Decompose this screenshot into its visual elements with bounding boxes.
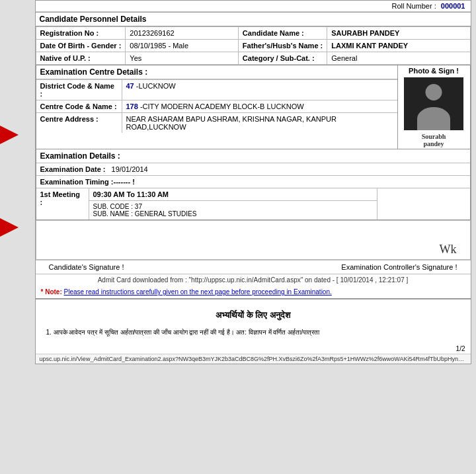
red-arrow-meeting [0,218,19,238]
centre-main: Examination Centre Details : District Co… [36,65,397,149]
candidate-photo [404,77,463,130]
category-label: Category / Sub-Cat. : [238,52,327,65]
note-text: Please read instructions carefully given… [64,288,332,296]
exam-details-header: Examination Details : [36,149,470,163]
native-value: Yes [126,52,239,65]
admit-card-note: Admit Card downloaded from : "http://upp… [36,274,471,286]
address-label: Centre Address : [36,113,122,133]
roll-number-value: 000001 [441,2,465,10]
address-value: NEAR ASHARAM BAPU ASHRAM, KRISHNA NAGAR,… [122,113,397,133]
district-code: 47 [126,82,134,90]
centre-code: 178 [126,102,138,110]
fathers-name-label: Father's/Husb's Name : [238,40,327,52]
photo-box: Photo & Sign ! Sourabhpandey [397,65,470,149]
hindi-item-1-number: 1. [46,329,52,336]
centre-header: Examination Centre Details : District Co… [36,65,470,149]
note-prefix: * Note: [41,288,62,296]
candidate-sig-label: Candidate's Signature ! [49,263,124,271]
timing-row: 1st Meeting : 09:30 AM To 11:30 AM SUB. … [36,188,470,219]
registration-label: Registration No : [36,27,126,40]
centre-code-value: 178 -CITY MODERN ACADEMY BLOCK-B LUCKNOW [122,100,397,112]
timing-sub-code: SUB. CODE : 37 SUB. NAME : GENERAL STUDI… [89,201,377,219]
exam-details-section: Examination Details : Examination Date :… [36,149,471,220]
red-arrow-address [0,126,19,145]
meeting-label: 1st Meeting : [36,188,89,219]
hindi-item-1: 1. आपके आवेदन पत्र में सूचित अर्हता/पात्… [41,326,465,338]
category-value: General [327,52,470,65]
fathers-name-value: LAXMI KANT PANDEY [327,40,470,52]
exam-date-label: Examination Date : [40,165,106,173]
note-line: * Note: Please read instructions careful… [36,286,471,298]
dob-value: 08/10/1985 - Male [126,40,239,52]
district-label: District Code & Name : [36,80,122,100]
centre-code-label: Centre Code & Name : [36,100,122,112]
district-row: District Code & Name : 47 -LUCKNOW [36,79,397,100]
registration-value: 20123269162 [126,27,239,40]
address-row: Centre Address : NEAR ASHARAM BAPU ASHRA… [36,112,397,133]
signature-section: Wk [36,220,471,260]
district-name: -LUCKNOW [136,82,176,90]
candidate-section-header: Candidate Personnel Details [36,12,471,26]
exam-date-value: 19/01/2014 [112,165,148,173]
exam-date-row: Examination Date : 19/01/2014 [36,163,470,176]
controller-sig-label: Examination Controller's Signature ! [341,263,457,271]
controller-signature-cursive: Wk [440,243,457,257]
roll-number-bar: Roll Number : 000001 [36,1,471,12]
candidate-name-label: Candidate Name : [238,27,327,40]
dob-label: Date Of Birth - Gender : [36,40,126,52]
roll-number-label: Roll Number : [391,2,436,10]
bottom-section: अभ्यर्थियों के लिए अनुदेश 1. आपके आवेदन … [36,298,471,344]
timing-extra [377,188,470,219]
photo-signature: Sourabhpandey [399,133,469,147]
photo-sign-label: Photo & Sign ! [399,67,469,75]
candidate-name-value: SAURABH PANDEY [327,27,470,40]
hindi-title: अभ्यर्थियों के लिए अनुदेश [41,305,465,326]
footer-signatures: Candidate's Signature ! Examination Cont… [36,260,471,274]
centre-code-row: Centre Code & Name : 178 -CITY MODERN AC… [36,100,397,112]
centre-name: -CITY MODERN ACADEMY BLOCK-B LUCKNOW [140,102,304,110]
centre-section-header: Examination Centre Details : [36,65,397,79]
candidate-table: Registration No : 20123269162 Candidate … [36,26,471,65]
timing-time: 09:30 AM To 11:30 AM [89,188,377,201]
table-row: Native of U.P. : Yes Category / Sub-Cat.… [36,52,470,65]
table-row: Date Of Birth - Gender : 08/10/1985 - Ma… [36,40,470,52]
table-row: Registration No : 20123269162 Candidate … [36,27,470,40]
native-label: Native of U.P. : [36,52,126,65]
hindi-item-1-text: आपके आवेदन पत्र में सूचित अर्हता/पात्रता… [54,329,319,336]
page-number: 1/2 [36,344,471,354]
timing-header: Examination Timing :------- ! [36,176,470,188]
status-bar: upsc.up.nic.in/View_AdmitCard_Examinatio… [36,354,471,364]
timing-content: 09:30 AM To 11:30 AM SUB. CODE : 37 SUB.… [89,188,377,219]
centre-section: Examination Centre Details : District Co… [36,65,471,149]
district-value: 47 -LUCKNOW [122,80,397,100]
